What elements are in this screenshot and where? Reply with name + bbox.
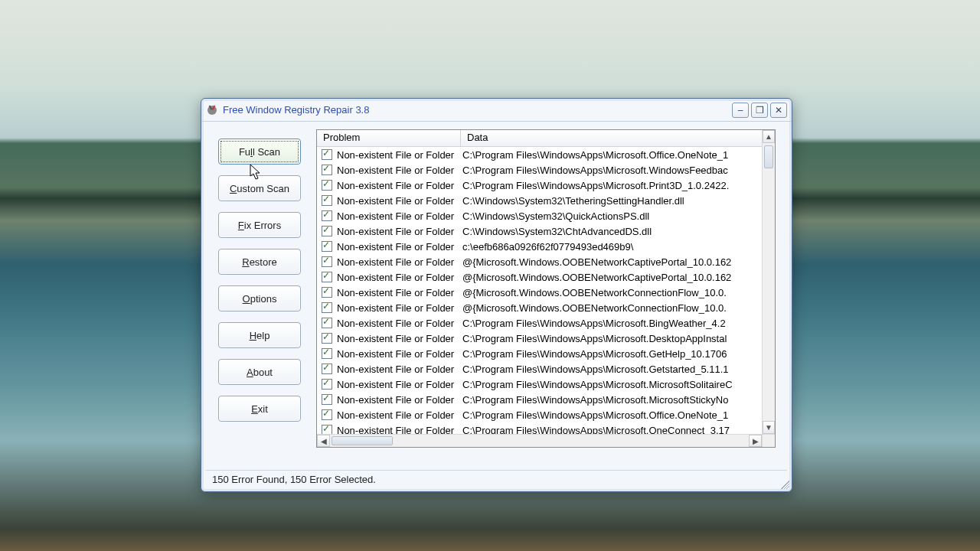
row-problem: Non-existent File or Folder (337, 180, 462, 191)
row-checkbox[interactable] (322, 210, 332, 221)
scroll-thumb[interactable] (764, 145, 773, 168)
table-row[interactable]: Non-existent File or Folder@{Microsoft.W… (317, 285, 762, 300)
horizontal-scrollbar[interactable]: ◀ ▶ (317, 434, 762, 447)
row-checkbox[interactable] (322, 348, 332, 359)
row-checkbox[interactable] (322, 302, 332, 313)
row-checkbox[interactable] (322, 409, 332, 420)
hscroll-thumb[interactable] (332, 436, 393, 445)
vertical-scrollbar[interactable]: ▲ ▼ (762, 130, 775, 434)
table-row[interactable]: Non-existent File or Folderc:\eefb686a09… (317, 239, 762, 254)
table-row[interactable]: Non-existent File or FolderC:\Program Fi… (317, 178, 762, 193)
scroll-left-icon[interactable]: ◀ (317, 435, 330, 447)
title-bar[interactable]: Free Window Registry Repair 3.8 – ❐ ✕ (201, 99, 792, 122)
table-row[interactable]: Non-existent File or FolderC:\Program Fi… (317, 422, 762, 434)
table-row[interactable]: Non-existent File or FolderC:\Program Fi… (317, 407, 762, 422)
row-problem: Non-existent File or Folder (337, 425, 462, 435)
row-problem: Non-existent File or Folder (337, 241, 462, 253)
table-row[interactable]: Non-existent File or FolderC:\Program Fi… (317, 331, 762, 346)
column-data[interactable]: Data (461, 130, 775, 146)
row-data: C:\Windows\System32\TetheringSettingHand… (462, 195, 762, 207)
table-row[interactable]: Non-existent File or Folder@{Microsoft.W… (317, 269, 762, 285)
row-checkbox[interactable] (322, 241, 332, 252)
row-data: C:\Program Files\WindowsApps\Microsoft.M… (462, 394, 762, 406)
fix-errors-button[interactable]: Fix Errors (218, 212, 301, 238)
row-checkbox[interactable] (322, 180, 332, 191)
row-data: C:\Program Files\WindowsApps\Microsoft.W… (462, 165, 762, 176)
row-problem: Non-existent File or Folder (337, 318, 462, 329)
table-row[interactable]: Non-existent File or FolderC:\Program Fi… (317, 361, 762, 377)
results-list: Problem Data Non-existent File or Folder… (316, 129, 776, 448)
row-checkbox[interactable] (322, 195, 332, 206)
row-checkbox[interactable] (322, 149, 332, 160)
column-problem[interactable]: Problem (317, 130, 461, 146)
row-data: C:\Program Files\WindowsApps\Microsoft.D… (462, 333, 762, 344)
row-checkbox[interactable] (322, 226, 332, 236)
row-checkbox[interactable] (322, 364, 332, 374)
row-checkbox[interactable] (322, 425, 332, 434)
table-row[interactable]: Non-existent File or Folder@{Microsoft.W… (317, 300, 762, 315)
row-problem: Non-existent File or Folder (337, 195, 462, 207)
table-row[interactable]: Non-existent File or FolderC:\Program Fi… (317, 377, 762, 392)
restore-button[interactable]: Restore (218, 249, 301, 275)
row-data: @{Microsoft.Windows.OOBENetworkCaptivePo… (462, 256, 762, 268)
maximize-button[interactable]: ❐ (751, 103, 768, 118)
scroll-corner (762, 434, 775, 447)
table-row[interactable]: Non-existent File or FolderC:\Program Fi… (317, 147, 762, 162)
minimize-button[interactable]: – (732, 103, 749, 118)
row-data: @{Microsoft.Windows.OOBENetworkConnectio… (462, 287, 762, 298)
row-data: C:\Program Files\WindowsApps\Microsoft.O… (462, 425, 762, 435)
about-button[interactable]: About (218, 359, 301, 385)
row-data: @{Microsoft.Windows.OOBENetworkConnectio… (462, 302, 762, 314)
row-checkbox[interactable] (322, 333, 332, 344)
sidebar: Full Scan Custom Scan Fix Errors Restore… (218, 139, 304, 432)
row-checkbox[interactable] (322, 165, 332, 175)
row-checkbox[interactable] (322, 394, 332, 405)
row-checkbox[interactable] (322, 287, 332, 298)
row-data: C:\Program Files\WindowsApps\Microsoft.P… (462, 180, 762, 191)
row-problem: Non-existent File or Folder (337, 272, 462, 283)
table-row[interactable]: Non-existent File or FolderC:\Program Fi… (317, 346, 762, 361)
row-problem: Non-existent File or Folder (337, 287, 462, 298)
table-row[interactable]: Non-existent File or Folder@{Microsoft.W… (317, 254, 762, 269)
scroll-up-icon[interactable]: ▲ (763, 130, 775, 143)
scroll-down-icon[interactable]: ▼ (763, 421, 775, 434)
desktop-background: Free Window Registry Repair 3.8 – ❐ ✕ Fu… (0, 0, 980, 551)
row-problem: Non-existent File or Folder (337, 379, 462, 390)
full-scan-button[interactable]: Full Scan (218, 139, 301, 165)
table-row[interactable]: Non-existent File or FolderC:\Program Fi… (317, 392, 762, 407)
row-problem: Non-existent File or Folder (337, 210, 462, 222)
help-button[interactable]: Help (218, 322, 301, 348)
table-row[interactable]: Non-existent File or FolderC:\Windows\Sy… (317, 223, 762, 239)
row-data: C:\Program Files\WindowsApps\Microsoft.B… (462, 318, 762, 329)
status-text: 150 Error Found, 150 Error Selected. (212, 474, 376, 485)
app-window: Free Window Registry Repair 3.8 – ❐ ✕ Fu… (201, 98, 792, 492)
row-data: C:\Windows\System32\QuickActionsPS.dll (462, 210, 762, 222)
list-body[interactable]: Non-existent File or FolderC:\Program Fi… (317, 147, 762, 434)
row-checkbox[interactable] (322, 256, 332, 267)
row-checkbox[interactable] (322, 318, 332, 328)
window-title: Free Window Registry Repair 3.8 (223, 104, 732, 116)
list-header: Problem Data (317, 130, 775, 147)
row-data: C:\Windows\System32\ChtAdvancedDS.dll (462, 226, 762, 237)
resize-grip[interactable] (779, 478, 789, 489)
table-row[interactable]: Non-existent File or FolderC:\Windows\Sy… (317, 208, 762, 223)
scroll-right-icon[interactable]: ▶ (749, 435, 762, 447)
row-problem: Non-existent File or Folder (337, 394, 462, 406)
row-problem: Non-existent File or Folder (337, 409, 462, 421)
row-checkbox[interactable] (322, 379, 332, 390)
row-problem: Non-existent File or Folder (337, 256, 462, 268)
row-problem: Non-existent File or Folder (337, 165, 462, 176)
exit-button[interactable]: Exit (218, 396, 301, 422)
row-data: C:\Program Files\WindowsApps\Microsoft.G… (462, 364, 762, 375)
table-row[interactable]: Non-existent File or FolderC:\Program Fi… (317, 315, 762, 331)
table-row[interactable]: Non-existent File or FolderC:\Program Fi… (317, 162, 762, 178)
custom-scan-button[interactable]: Custom Scan (218, 175, 301, 201)
table-row[interactable]: Non-existent File or FolderC:\Windows\Sy… (317, 193, 762, 208)
close-button[interactable]: ✕ (770, 103, 787, 118)
row-data: c:\eefb686a0926f62f0779493ed469b9\ (462, 241, 762, 253)
options-button[interactable]: Options (218, 285, 301, 311)
row-problem: Non-existent File or Folder (337, 364, 462, 375)
row-data: C:\Program Files\WindowsApps\Microsoft.O… (462, 149, 762, 161)
row-data: @{Microsoft.Windows.OOBENetworkCaptivePo… (462, 272, 762, 283)
row-checkbox[interactable] (322, 272, 332, 282)
